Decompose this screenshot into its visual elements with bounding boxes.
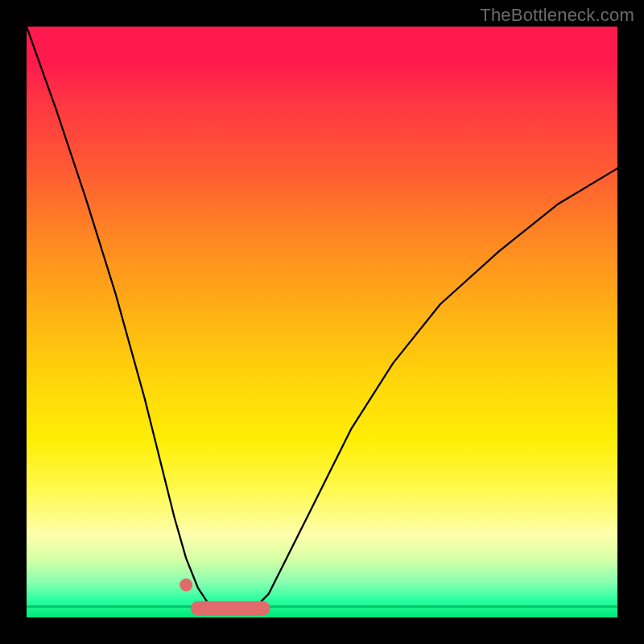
watermark-text: TheBottleneck.com bbox=[480, 5, 634, 26]
bottleneck-curve-chart bbox=[27, 27, 617, 617]
highlight-isolated-dot bbox=[180, 579, 192, 592]
main-curve bbox=[27, 27, 617, 612]
